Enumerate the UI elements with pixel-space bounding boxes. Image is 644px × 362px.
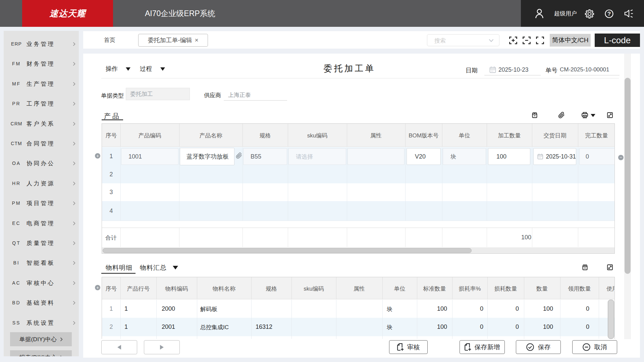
svg-text:?: ?: [607, 11, 611, 17]
